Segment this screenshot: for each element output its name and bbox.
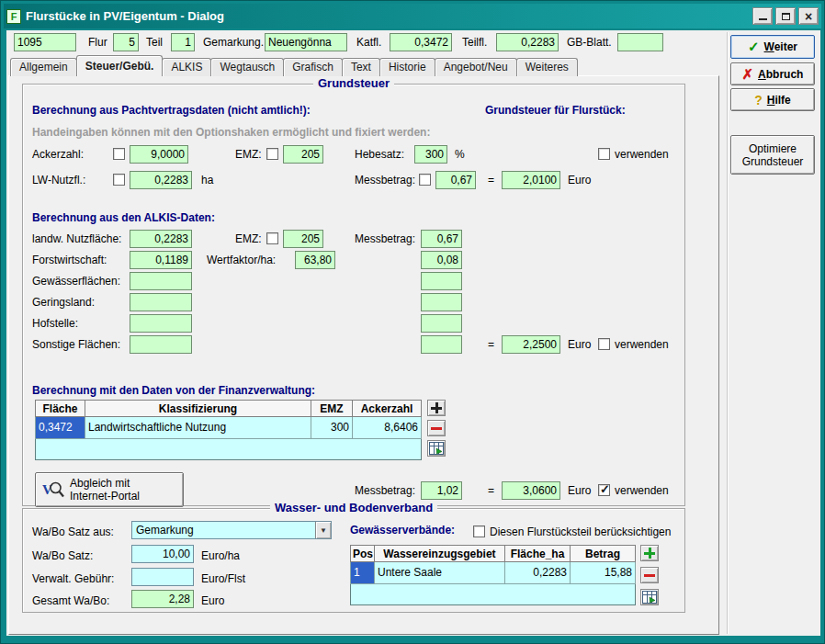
emz-checkbox[interactable] <box>266 148 278 160</box>
col-flaeche-ha[interactable]: Fläche_ha <box>505 546 571 562</box>
tab-historie[interactable]: Historie <box>379 58 435 76</box>
gewaesser-betrag-field[interactable] <box>421 272 462 290</box>
cell-emz[interactable]: 300 <box>311 417 353 439</box>
minimize-button[interactable] <box>752 7 773 25</box>
tab-grafisch[interactable]: Grafisch <box>283 58 343 76</box>
optimiere-grundsteuer-button[interactable]: Optimiere Grundsteuer <box>730 135 815 175</box>
tab-wegtausch[interactable]: Wegtausch <box>210 58 284 76</box>
col-emz[interactable]: EMZ <box>311 401 353 417</box>
verwalt-gebuehr-field[interactable] <box>131 568 194 586</box>
hilfe-button[interactable]: ? Hilfe <box>730 88 815 111</box>
titlebar[interactable]: Flurstücke in PV/Eigentum - Dialog × <box>4 4 821 28</box>
forstwirtschaft-field[interactable] <box>130 251 192 269</box>
dropdown-arrow-icon[interactable]: ▼ <box>315 522 331 538</box>
tab-steuer-gebue[interactable]: Steuer/Gebü. <box>76 55 164 76</box>
gewaesserflaechen-field[interactable] <box>130 272 192 290</box>
dialog-window: Flurstücke in PV/Eigentum - Dialog × Flu… <box>0 0 825 644</box>
lw-nutzfl-field[interactable] <box>130 171 192 189</box>
cell-klassifizierung[interactable]: Landwirtschaftliche Nutzung <box>85 417 311 439</box>
verwenden-pacht-label: verwenden <box>615 145 669 164</box>
wabo-satz-aus-select[interactable]: Gemarkung ▼ <box>131 521 332 539</box>
delete-wasser-row-button[interactable] <box>640 567 659 583</box>
question-icon: ? <box>754 93 763 107</box>
finanz-table-row[interactable]: 0,3472 Landwirtschaftliche Nutzung 300 8… <box>36 417 422 439</box>
export-wasser-table-button[interactable] <box>640 589 659 605</box>
grundsteuer-pacht-result-field[interactable] <box>502 171 560 189</box>
euro-label: Euro <box>201 592 224 610</box>
hofstelle-field[interactable] <box>130 314 192 333</box>
cell-wassereinzugsgebiet[interactable]: Untere Saale <box>375 562 505 584</box>
sonstige-flaechen-field[interactable] <box>130 335 192 354</box>
tab-weiteres[interactable]: Weiteres <box>516 58 578 76</box>
maximize-button[interactable] <box>775 7 796 25</box>
tab-allgemein[interactable]: Allgemein <box>10 58 77 76</box>
emz-field[interactable] <box>283 145 323 164</box>
col-ackerzahl[interactable]: Ackerzahl <box>353 401 422 417</box>
emz-alkis-field[interactable] <box>283 230 323 248</box>
beruecksichtigen-label: Diesen Flurstücksteil berücksichtigen <box>490 523 671 541</box>
emz-alkis-checkbox[interactable] <box>266 232 278 244</box>
gesamt-wabo-label: Gesamt Wa/Bo: <box>32 592 109 610</box>
wertfaktor-field[interactable] <box>295 251 335 269</box>
gb-blatt-field[interactable] <box>617 33 663 51</box>
abbruch-button[interactable]: ✗ Abbruch <box>730 62 815 85</box>
messbetrag-pacht-field[interactable] <box>435 171 476 189</box>
cell-flaeche[interactable]: 0,3472 <box>36 417 85 439</box>
geringsland-field[interactable] <box>130 293 192 311</box>
flurstueck-id-field[interactable] <box>14 33 76 51</box>
geringsland-betrag-field[interactable] <box>421 293 462 311</box>
cell-pos[interactable]: 1 <box>351 562 375 584</box>
ackerzahl-checkbox[interactable] <box>113 148 125 160</box>
hofstelle-betrag-field[interactable] <box>421 314 462 333</box>
sonstige-betrag-field[interactable] <box>421 335 462 354</box>
delete-finanz-row-button[interactable] <box>427 420 446 436</box>
tab-angebot-neu[interactable]: Angebot/Neu <box>435 58 517 76</box>
gesamt-wabo-field[interactable] <box>131 590 194 608</box>
abgleich-button-label: Abgleich mit Internet-Portal <box>70 477 162 503</box>
flur-field[interactable] <box>113 33 139 51</box>
internet-portal-abgleich-button[interactable]: V Abgleich mit Internet-Portal <box>35 472 184 507</box>
cell-flaeche-ha[interactable]: 0,2283 <box>505 562 571 584</box>
verwenden-pacht-checkbox[interactable] <box>598 148 610 160</box>
wabo-satz-field[interactable] <box>131 545 194 563</box>
lw-nutzfl-checkbox[interactable] <box>113 174 125 186</box>
messbetrag-alkis-field[interactable] <box>421 230 462 248</box>
tab-alkis[interactable]: ALKIS <box>162 58 211 76</box>
col-klassifizierung[interactable]: Klassifizierung <box>85 401 311 417</box>
euro-label: Euro <box>568 171 591 189</box>
cell-betrag[interactable]: 15,88 <box>571 562 636 584</box>
weiter-button[interactable]: ✓ Weiter <box>730 35 815 59</box>
landw-nutzflaeche-field[interactable] <box>130 230 192 248</box>
katfl-label: Katfl. <box>356 33 381 51</box>
grundsteuer-finanz-result-field[interactable] <box>502 481 560 500</box>
teilfl-field[interactable] <box>496 33 559 51</box>
katfl-field[interactable] <box>390 33 452 51</box>
close-button[interactable]: × <box>798 7 819 25</box>
verwenden-alkis-checkbox[interactable] <box>598 338 610 350</box>
messbetrag-pacht-checkbox[interactable] <box>419 174 431 186</box>
hebesatz-field[interactable] <box>414 145 447 164</box>
abbruch-button-label: Abbruch <box>758 68 803 81</box>
beruecksichtigen-checkbox[interactable] <box>473 525 485 537</box>
tab-text[interactable]: Text <box>342 58 380 76</box>
chevron-down-icon: ▼ <box>320 526 327 535</box>
col-pos[interactable]: Pos <box>351 546 375 562</box>
grid-export-icon <box>642 591 657 604</box>
col-flaeche[interactable]: Fläche <box>36 401 85 417</box>
cell-ackerzahl[interactable]: 8,6406 <box>353 417 422 439</box>
forst-betrag-field[interactable] <box>421 251 462 269</box>
col-betrag[interactable]: Betrag <box>571 546 636 562</box>
navigator-button[interactable] <box>427 400 446 416</box>
teil-field[interactable] <box>171 33 195 51</box>
gemarkung-field[interactable] <box>265 33 347 51</box>
col-wassereinzugsgebiet[interactable]: Wassereinzugsgebiet <box>375 546 505 562</box>
grundsteuer-alkis-result-field[interactable] <box>502 335 560 354</box>
ackerzahl-field[interactable] <box>130 145 188 164</box>
messbetrag-finanz-field[interactable] <box>421 481 462 500</box>
teilfl-label: Teilfl. <box>462 33 487 51</box>
wasser-table-row[interactable]: 1 Untere Saale 0,2283 15,88 <box>351 562 636 584</box>
add-wasser-row-button[interactable] <box>640 545 659 561</box>
wasser-bodenverband-group: Wasser- und Bodenverband Wa/Bo Satz aus:… <box>22 508 685 613</box>
export-finanz-table-button[interactable] <box>427 440 446 457</box>
verwenden-finanz-checkbox[interactable] <box>598 484 610 496</box>
